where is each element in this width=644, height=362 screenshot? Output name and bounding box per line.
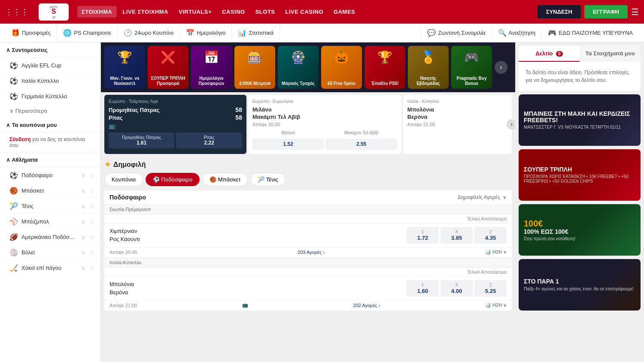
sidebar-item-italy-cup[interactable]: ⚽ Ιταλία Κύπελλο [0,73,100,89]
grid-icon[interactable]: ⋮⋮⋮ [5,7,28,17]
star-icon[interactable]: ☆ [89,265,94,272]
betslip-tab-active[interactable]: Δελτίο 0 [519,46,580,62]
promo-card-5[interactable]: 🎃 60 Free Spins [321,46,362,89]
live-odd-btn-team2-0[interactable]: Ρίτας 2.22 [176,133,242,148]
promo-card-4[interactable]: 🎡 Μαγικός Τροχός [278,46,319,89]
sidebar-item-germany-cup[interactable]: ⚽ Γερμανία Κύπελλο [0,89,100,104]
nav-live-casino[interactable]: LIVE CASINO [281,6,328,18]
betslip-tab-my[interactable]: Τα Στοιχήματά μου [580,46,641,62]
nav-virtuals[interactable]: VIRTUALS+ [174,6,216,18]
sidebar-item-football[interactable]: ⚽ Ποδόσφαιρο ∨ ☆ [0,168,100,183]
football-icon: ⚽ [9,171,18,179]
bar-chart-icon2: 📊 [485,302,491,308]
live-event-team2-2: Βερόνα [407,114,428,120]
promo-card-6[interactable]: 🏆 Έπαθλο PS5! [365,46,405,89]
odd-col-team2-1: Μακάμπι Τελ Αβίβ [325,130,397,135]
live-event-score-row2-0: Ρίτας 58 [109,114,242,121]
sec-nav-search[interactable]: 🔍 Αναζήτηση [492,29,542,37]
nav-live-stoixima[interactable]: LIVE ΣΤΟΙΧΗΜΑ [118,6,173,18]
promo-card-0[interactable]: 🏆 Μαν. Γιουν. vs Νιούκαστλ [104,46,145,89]
sports-header[interactable]: ∧ Αθλήματα [0,152,100,168]
sidebar-item-england-efl[interactable]: ⚽ Αγγλία EFL Cup [0,58,100,73]
nav-games[interactable]: GAMES [329,6,359,18]
sidebar-item-icehockey[interactable]: 🏒 Χόκεϊ επί πάγου ∨ ☆ [0,260,100,276]
sidebar-item-volleyball[interactable]: 🏐 Βόλεϊ ∨ ☆ [0,245,100,260]
nav-stoixima[interactable]: ΣΤΟΙΧΗΜΑ [77,6,117,18]
tab-football[interactable]: ⚽ Ποδόσφαιρο [146,173,200,186]
sec-nav-calendar[interactable]: 📅 Ημερολόγιο [180,24,232,42]
sec-nav-stats[interactable]: 📊 Στατιστικά [232,24,280,42]
logo[interactable]: game S .gr [39,3,69,21]
live-events-next-button[interactable]: › [507,119,515,130]
live-odd-btn-team1-0[interactable]: Προμηθέας Πάτρας 1.61 [109,133,174,148]
register-button[interactable]: ΕΓΓΡΑΦΗ [584,5,628,18]
h2h-button-1[interactable]: 📊 H2H ∨ [485,302,507,308]
match-markets-link-1[interactable]: 202 Αγορές › [353,303,380,308]
promo-cards-row: 🏆 Μαν. Γιουν. vs Νιούκαστλ ❌ ΣΟΥΠΕΡ ΤΡΙΠ… [101,42,515,92]
live-event-team1-1: Μιλάνο [252,106,272,113]
tab-basketball[interactable]: 🏀 Μπάσκετ [202,173,248,186]
odd-cell-1-1[interactable]: 1 1.60 [407,280,439,297]
nav-links: ΣΤΟΙΧΗΜΑ LIVE ΣΤΟΙΧΗΜΑ VIRTUALS+ CASINO … [77,6,529,18]
promo-banner-subtitle-0: ΜΑΝΤΣΕΣΤΕΡ Γ. VS ΝΙΟΥΚΑΣΤΑ ΤΕΤΑΡΤΗ 01/11 [524,125,635,130]
promo-banner-subtitle-2: Στην πρώτη σου κατάθεση! [524,236,635,241]
tab-coupons[interactable]: Κουπόνια [104,173,143,186]
nav-slots[interactable]: SLOTS [251,6,279,18]
sidebar-item-tennis[interactable]: 🎾 Τένις ∨ ☆ [0,199,100,214]
calendar-icon2: 📅 [204,50,219,64]
odd-cell-x-1[interactable]: Χ 4.00 [440,280,473,297]
team2-name-0: Ρος Κάουντι [109,235,403,243]
promo-card-1[interactable]: ❌ ΣΟΥΠΕΡ ΤΡΙΠΛΗ Προσφορά [148,46,188,89]
promo-banner-3[interactable]: ΣΤΟ ΠΑΡΑ 1 Παίξε 4+ αγώνες και αν χάσεις… [519,259,641,311]
betslip-card: Δελτίο 0 Τα Στοιχήματά μου Το δελτίο σου… [519,46,641,91]
sec-nav-24hr-coupon[interactable]: 🕐 24ωρο Κουπόνι [118,24,180,42]
promo-card-7[interactable]: 🏅 Νικητής Εβδομάδας [408,46,449,89]
tab-tennis[interactable]: 🎾 Τένις [250,173,285,186]
mycoupons-header[interactable]: ∧ Τα κουπόνια μου [0,118,100,133]
team1-name-1: Μπολόνια [109,281,403,288]
nav-casino[interactable]: CASINO [218,6,249,18]
promo-banner-0[interactable]: ΜΠΑΙΝΕΙΣ ΣΤΗ ΜΑΧΗ ΚΑΙ ΚΕΡΔΙΖΕΙΣ FREEBETS… [519,94,641,146]
star-icon[interactable]: ☆ [89,218,94,225]
sec-nav-offers[interactable]: 🎁 Προσφορές [5,24,57,42]
promo-banner-2[interactable]: 100€ 100% ΕΩΣ 100€ Στην πρώτη σου κατάθε… [519,204,641,256]
sec-nav-chat[interactable]: 💬 Ζωντανή Συνομιλία [421,29,492,37]
mycoupons-login-link[interactable]: Σύνδεση [9,136,30,142]
promo-card-2[interactable]: 📅 Ημερολόγιο Προσφορών [191,46,232,89]
h2h-button-0[interactable]: 📊 H2H ∨ [485,249,507,255]
sec-nav-coupon-label: 24ωρο Κουπόνι [134,30,173,36]
shortcuts-header[interactable]: ∧ Συντομεύσεις [0,42,100,58]
match-markets-link-0[interactable]: 203 Αγορές › [298,250,325,255]
live-event-score-row2-1: Μακάμπι Τελ Αβίβ [252,114,397,120]
star-icon[interactable]: ☆ [89,203,94,210]
promo-card-3[interactable]: 🎰 3.000€ Μετρητά [234,46,275,89]
promo-banner-1[interactable]: ΣΟΥΠΕΡ ΤΡΙΠΛΗ ΠΡΟΣΦΟΡΑ ΧΩΡΙΣ ΚΑΤΑΘΕΣΗ • … [519,149,641,201]
odd-value-x-0: 3.85 [451,235,462,241]
shortcuts-more[interactable]: ∨ Περισσότερα [0,104,100,118]
live-odd-btn-2-1[interactable]: 2.55 [325,139,397,150]
sidebar-item-basketball[interactable]: 🏀 Μπάσκετ ∨ ☆ [0,183,100,199]
odd-cell-2-1[interactable]: 2 5.25 [474,280,507,297]
star-icon[interactable]: ☆ [89,187,94,194]
promo-next-button[interactable]: › [495,61,507,74]
promo-card-8[interactable]: 🎮 Pragmatic Buy Bonus [451,46,492,89]
live-event-score-row-1: Μιλάνο [252,106,397,113]
sec-nav-ps-champions[interactable]: 🌐 PS Champions [57,24,118,42]
star-icon[interactable]: ☆ [89,234,94,241]
sec-nav-responsible-label: ΕΔΩ ΠΑΙΖΟΥΜΕ ΥΠΕΥΘΥΝΑ [559,30,633,36]
live-odd-btn-1-1[interactable]: 1.52 [252,139,324,150]
odd-cell-x-0[interactable]: Χ 3.85 [440,227,473,244]
odd-cell-1-0[interactable]: 1 1.72 [407,227,439,244]
star-icon[interactable]: ☆ [89,249,94,256]
sidebar-item-american-football[interactable]: 🏈 Αμερικάνικο Ποδόσ... ∨ ☆ [0,229,100,245]
star-icon[interactable]: ☆ [89,172,94,179]
odd-team2-label-1: Μακάμπι Τελ Αβίβ [325,130,397,135]
odd-cell-2-0[interactable]: 2 4.35 [474,227,507,244]
sec-nav-responsible[interactable]: 🎮 ΕΔΩ ΠΑΙΖΟΥΜΕ ΥΠΕΥΘΥΝΑ [541,29,639,37]
search-icon: 🔍 [498,29,507,37]
sec-nav-search-label: Αναζήτηση [509,30,536,36]
sport-markets-dropdown[interactable]: Δημοφιλείς Αγορές ∨ [457,194,507,200]
sidebar-item-baseball[interactable]: ⚾ Μπέιζμπολ ∨ ☆ [0,214,100,229]
hamburger-menu-button[interactable]: ☰ [631,7,639,17]
login-button[interactable]: ΣΥΝΔΕΣΗ [538,5,581,18]
